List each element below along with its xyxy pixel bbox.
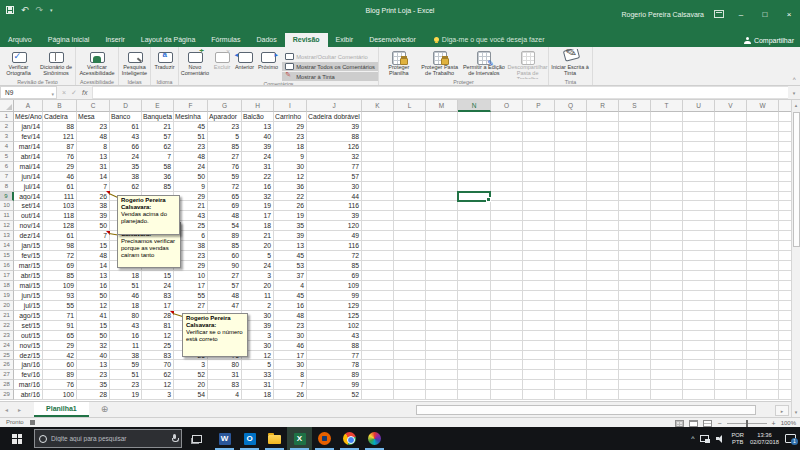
cell[interactable]: jun/14 <box>14 172 43 182</box>
cell[interactable] <box>426 192 458 202</box>
cell[interactable] <box>394 182 426 192</box>
row-header-22[interactable]: 22 <box>0 321 14 331</box>
cell[interactable] <box>555 380 587 390</box>
cell[interactable] <box>394 142 426 152</box>
cell[interactable] <box>523 321 555 331</box>
column-header-T[interactable]: T <box>651 100 683 112</box>
column-header-K[interactable]: K <box>362 100 394 112</box>
cell[interactable] <box>362 221 394 231</box>
cell[interactable] <box>523 201 555 211</box>
cell[interactable]: out/15 <box>14 331 43 341</box>
cell[interactable]: 43 <box>110 132 142 142</box>
cell[interactable] <box>362 132 394 142</box>
cell[interactable]: 70 <box>142 360 174 370</box>
cell[interactable] <box>523 351 555 361</box>
tab-revisao[interactable]: Revisão <box>285 33 328 47</box>
cell[interactable] <box>394 201 426 211</box>
cell[interactable] <box>683 192 715 202</box>
cell[interactable] <box>587 162 619 172</box>
cell[interactable] <box>747 122 779 132</box>
cell[interactable] <box>683 211 715 221</box>
cell[interactable]: 11 <box>110 341 142 351</box>
cell[interactable]: 62 <box>110 182 142 192</box>
cell[interactable]: 27 <box>208 152 242 162</box>
cell[interactable]: 15 <box>77 321 110 331</box>
cell[interactable] <box>523 331 555 341</box>
cell[interactable] <box>747 380 779 390</box>
cell[interactable]: 30 <box>274 360 307 370</box>
cell[interactable] <box>715 182 747 192</box>
cell[interactable] <box>683 380 715 390</box>
cell[interactable]: 18 <box>242 221 274 231</box>
cell[interactable] <box>458 211 491 221</box>
button-iniciar-escrita-a-tinta[interactable]: Iniciar Escrita à Tinta <box>549 49 591 79</box>
cell[interactable] <box>362 281 394 291</box>
tab-desenvolvedor[interactable]: Desenvolvedor <box>361 33 424 47</box>
cell[interactable]: 69 <box>208 201 242 211</box>
cell[interactable] <box>683 311 715 321</box>
cell[interactable]: 21 <box>242 231 274 241</box>
cell[interactable]: 39 <box>242 142 274 152</box>
cell[interactable]: 89 <box>43 370 77 380</box>
cell[interactable]: 35 <box>77 380 110 390</box>
cell[interactable] <box>491 341 523 351</box>
cell[interactable]: 80 <box>110 311 142 321</box>
cell[interactable]: nov/15 <box>14 341 43 351</box>
cell[interactable] <box>523 360 555 370</box>
tab-pagina-inicial[interactable]: Página Inicial <box>40 33 98 47</box>
cell[interactable]: 98 <box>43 241 77 251</box>
cell[interactable] <box>523 251 555 261</box>
cell[interactable] <box>362 142 394 152</box>
normal-view-icon[interactable] <box>675 420 684 427</box>
cell[interactable] <box>683 172 715 182</box>
cell[interactable] <box>458 152 491 162</box>
cell[interactable]: 18 <box>110 301 142 311</box>
cell[interactable] <box>491 390 523 400</box>
cell[interactable] <box>747 162 779 172</box>
cell[interactable] <box>715 192 747 202</box>
cell[interactable] <box>747 351 779 361</box>
cell[interactable] <box>426 321 458 331</box>
zoom-slider-thumb[interactable] <box>746 420 748 427</box>
cell[interactable]: 3 <box>174 360 208 370</box>
cell[interactable] <box>747 152 779 162</box>
cell[interactable]: 50 <box>77 221 110 231</box>
cell[interactable] <box>587 172 619 182</box>
zoom-out-icon[interactable]: − <box>717 420 721 427</box>
cell[interactable]: 23 <box>274 132 307 142</box>
cell[interactable]: 72 <box>43 251 77 261</box>
row-header-27[interactable]: 27 <box>0 370 14 380</box>
cell[interactable] <box>747 201 779 211</box>
cell[interactable] <box>683 132 715 142</box>
cell[interactable] <box>779 370 791 380</box>
column-header-B[interactable]: B <box>43 100 77 112</box>
cell[interactable]: 39 <box>274 231 307 241</box>
cell[interactable]: 12 <box>142 380 174 390</box>
cell[interactable] <box>458 201 491 211</box>
cell[interactable] <box>394 122 426 132</box>
row-header-29[interactable]: 29 <box>0 390 14 400</box>
cell[interactable] <box>587 341 619 351</box>
cell[interactable] <box>555 241 587 251</box>
cell[interactable]: 62 <box>142 142 174 152</box>
cell[interactable]: 50 <box>77 291 110 301</box>
column-header-D[interactable]: D <box>110 100 142 112</box>
cell[interactable]: 19 <box>242 201 274 211</box>
cell[interactable]: 48 <box>77 132 110 142</box>
cell[interactable] <box>555 182 587 192</box>
cell[interactable]: 51 <box>174 132 208 142</box>
cell[interactable] <box>394 211 426 221</box>
cell[interactable] <box>683 281 715 291</box>
cell[interactable] <box>747 142 779 152</box>
cell[interactable] <box>683 152 715 162</box>
cell[interactable] <box>651 132 683 142</box>
cell[interactable]: 102 <box>307 321 362 331</box>
cell[interactable] <box>362 231 394 241</box>
cell[interactable]: 76 <box>43 152 77 162</box>
cell[interactable] <box>523 132 555 142</box>
cell[interactable] <box>779 192 791 202</box>
horizontal-scrollbar[interactable] <box>414 405 769 415</box>
cell[interactable] <box>651 291 683 301</box>
cell[interactable] <box>426 261 458 271</box>
cell[interactable]: fev/14 <box>14 132 43 142</box>
